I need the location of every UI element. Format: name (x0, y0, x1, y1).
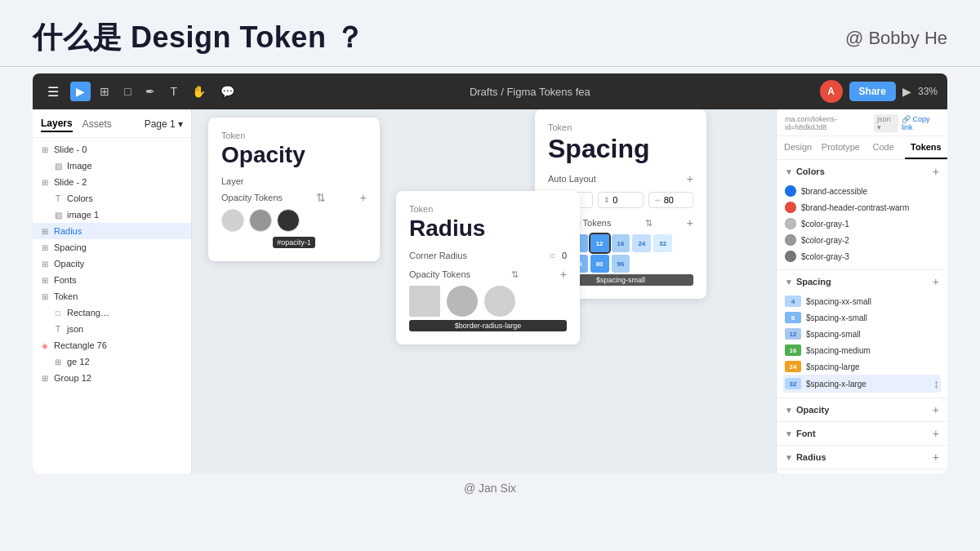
layer-image1[interactable]: ▨ image 1 (33, 207, 191, 223)
opacity-tokens-add-icon[interactable]: + (360, 191, 367, 204)
screenshot-container: ☰ ▶ ⊞ □ ✒ T ✋ 💬 Drafts / Figma Tokens fe… (33, 73, 947, 473)
page-header: 什么是 Design Token ？ @ Bobby He (0, 0, 980, 66)
layer-label: Radius (54, 226, 82, 236)
radius-add-icon[interactable]: + (560, 268, 567, 281)
spacing-add-btn[interactable]: + (933, 275, 939, 288)
layer-label: Spacing (54, 242, 87, 252)
spacing-token-xsmall: 8 $spacing-x-small (783, 309, 941, 326)
comment-tool[interactable]: 💬 (215, 82, 240, 101)
layer-spacing[interactable]: ⊞ Spacing (33, 239, 191, 256)
radius-sort-icon[interactable]: ⇅ (511, 269, 519, 280)
hand-tool[interactable]: ✋ (186, 82, 212, 101)
image-icon: ▨ (52, 209, 64, 220)
radius-add-btn[interactable]: + (933, 451, 939, 464)
opacity-section-header[interactable]: ▼ Opacity + (777, 398, 947, 421)
token-xxsmall: $spacing-xx-small (806, 297, 871, 306)
layer-slide-2[interactable]: ⊞ Slide - 2 (33, 174, 191, 190)
layer-json[interactable]: T json (33, 321, 191, 337)
copy-link[interactable]: 🔗 Copy link (902, 115, 939, 131)
pen-tool[interactable]: ✒ (140, 82, 161, 101)
font-section-header[interactable]: ▼ Font + (777, 422, 947, 445)
spacing-cell-80[interactable]: 80 (590, 255, 609, 273)
tab-design[interactable]: Design (777, 136, 819, 159)
figma-play-icon[interactable]: ▶ (902, 85, 911, 98)
layer-radius[interactable]: ⊞ Radius (33, 223, 191, 239)
spacing-sort-icon[interactable]: ⇅ (645, 218, 653, 229)
layer-ge12[interactable]: ⊞ ge 12 (33, 353, 191, 370)
auto-layout-add-icon[interactable]: + (687, 172, 693, 185)
menu-icon[interactable]: ☰ (42, 81, 64, 103)
radius-circle-2 (447, 286, 478, 317)
tab-code[interactable]: Code (862, 136, 905, 159)
layer-colors[interactable]: T Colors (33, 190, 191, 207)
grid-icon: ⊞ (52, 356, 64, 367)
font-section-title: ▼ Font (785, 429, 816, 438)
layer-rectangle[interactable]: □ Rectang… (33, 304, 191, 321)
frame-tool[interactable]: ⊞ (94, 82, 115, 101)
colors-section-header[interactable]: ▼ Colors + (777, 160, 947, 183)
figma-zoom-level[interactable]: 33% (918, 86, 938, 97)
json-badge: json ▾ (874, 114, 898, 132)
opacity-circle-1 (221, 209, 244, 232)
right-section-radius: ▼ Radius + (777, 446, 947, 469)
spacing-cell-24[interactable]: 24 (632, 234, 651, 252)
colors-add-icon[interactable]: + (933, 165, 939, 178)
spacing-cell-96[interactable]: 96 (612, 255, 630, 273)
spacing-badge-16: 16 (785, 344, 801, 356)
radius-tokens-header: Opacity Tokens ⇅ + (409, 268, 567, 281)
layer-label: Slide - 2 (54, 177, 87, 187)
layer-rectangle76[interactable]: ◈ Rectangle 76 (33, 337, 191, 353)
corner-radius-value: 0 (562, 251, 567, 260)
opacity-arrow-icon: ▼ (785, 406, 793, 415)
grid-icon: ⊞ (39, 144, 51, 155)
layer-group12[interactable]: ⊞ Group 12 (33, 370, 191, 386)
figma-share-button[interactable]: Share (849, 82, 896, 101)
token-gray-2: $color-gray-2 (783, 232, 941, 248)
grid-icon: ⊞ (39, 176, 51, 188)
tab-layers[interactable]: Layers (41, 116, 73, 132)
url-text: ma.com/tokens-id=h8dkdJd8 (785, 115, 871, 131)
layer-slide-0[interactable]: ⊞ Slide - 0 (33, 141, 191, 158)
radius-section-header[interactable]: ▼ Radius + (777, 446, 947, 469)
spacing-token-xlarge[interactable]: 32 $spacing-x-large ↕ (783, 375, 941, 393)
tab-tokens[interactable]: Tokens (905, 136, 947, 159)
page-footer: @ Jan Six (0, 473, 980, 503)
text-tool[interactable]: T (164, 82, 183, 101)
opacity-layer-label: Layer (221, 176, 244, 186)
spacing-add-icon[interactable]: + (687, 216, 693, 229)
layer-opacity[interactable]: ⊞ Opacity (33, 256, 191, 272)
token-xsmall: $spacing-x-small (806, 313, 867, 322)
v-icon: ⇕ (604, 196, 610, 204)
opacity-tokens-sort-icon[interactable]: ⇅ (316, 191, 326, 204)
layer-label: image 1 (67, 210, 99, 220)
spacing-badge-8: 8 (785, 312, 801, 323)
spacing-val-2: 80 (664, 195, 674, 205)
spacing-cell-12[interactable]: 12 (590, 234, 609, 252)
rect-icon: □ (52, 307, 64, 318)
tab-prototype[interactable]: Prototype (819, 136, 862, 159)
spacing-section-header[interactable]: ▼ Spacing + (777, 270, 947, 293)
opacity-add-btn[interactable]: + (933, 403, 939, 416)
tool-group-select: ▶ ⊞ □ ✒ T ✋ 💬 (70, 82, 240, 101)
select-tool[interactable]: ▶ (70, 82, 91, 101)
spacing-badge-4: 4 (785, 295, 801, 307)
gap-icon: ↔ (654, 196, 662, 204)
spacing-cell-32[interactable]: 32 (653, 234, 672, 252)
layer-label: Rectangle 76 (54, 340, 107, 350)
layer-token[interactable]: ⊞ Token (33, 288, 191, 304)
radius-token-label: Token (409, 204, 567, 214)
figma-main: Layers Assets Page 1 ▾ ⊞ Slide - 0 ▨ Ima… (33, 109, 947, 473)
figma-icon: ◈ (39, 340, 51, 351)
spacing-cell-16[interactable]: 16 (612, 234, 630, 252)
token-name-brand: $brand-accessible (801, 187, 867, 196)
layer-fonts[interactable]: ⊞ Fonts (33, 272, 191, 288)
panel-page[interactable]: Page 1 ▾ (145, 118, 183, 130)
layer-image[interactable]: ▨ Image (33, 158, 191, 174)
font-add-btn[interactable]: + (933, 427, 939, 440)
radius-tooltip: $border-radius-large (409, 320, 567, 331)
shape-tool[interactable]: □ (118, 82, 136, 101)
grid-icon: ⊞ (39, 258, 51, 269)
tab-assets[interactable]: Assets (82, 117, 112, 131)
layer-label: Fonts (54, 275, 77, 285)
opacity-layer-header: Layer (221, 176, 367, 186)
